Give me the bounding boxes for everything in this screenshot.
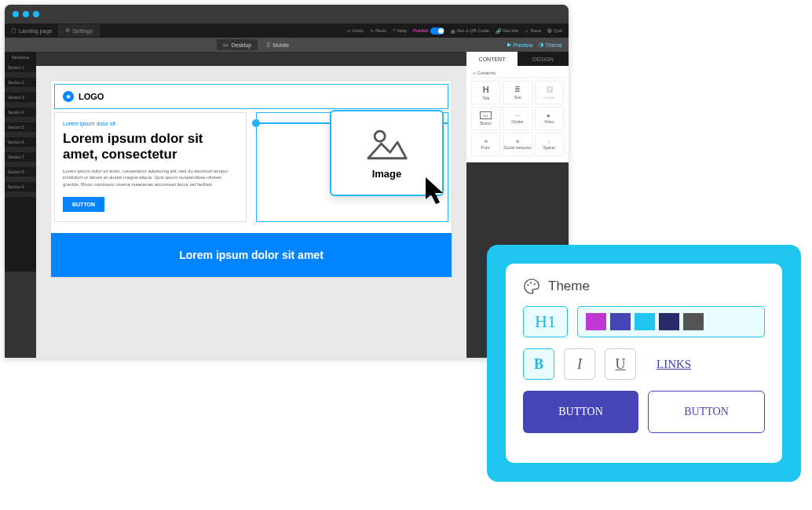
block-title: Lorem ipsum dolor sit amet, consectetur — [63, 131, 238, 163]
section-item[interactable]: Section 2 — [5, 78, 36, 88]
desktop-view-button[interactable]: ▭ Desktop — [217, 39, 258, 50]
undo-button[interactable]: ↶ Undo — [347, 28, 364, 34]
sections-title: Sections — [5, 52, 36, 63]
content-divider[interactable]: —Divider — [503, 107, 532, 130]
image-icon — [365, 127, 409, 162]
help-button[interactable]: ? Help — [393, 28, 407, 33]
qr-button[interactable]: ▦ Get a QR Code — [451, 28, 489, 34]
cursor-icon — [424, 176, 451, 207]
h1-style-button[interactable]: H1 — [523, 306, 568, 337]
block-label: Lorem ipsum dolor sit — [63, 121, 238, 126]
tab-landing-page[interactable]: ▢Landing page — [5, 24, 59, 37]
color-swatch[interactable] — [659, 313, 679, 330]
content-social[interactable]: ⊞Social networks — [503, 133, 532, 156]
drag-label: Image — [372, 168, 402, 180]
button-style-filled[interactable]: BUTTON — [523, 391, 638, 433]
italic-button[interactable]: I — [564, 348, 595, 380]
editor-window: ▢Landing page ⚙Settings ↶ Undo ↷ Redo ? … — [5, 5, 569, 358]
palette-icon — [523, 278, 540, 295]
content-title[interactable]: HTitle — [471, 81, 500, 104]
mobile-view-button[interactable]: ▯ Mobile — [261, 39, 295, 50]
tab-design[interactable]: DESIGN — [518, 52, 569, 66]
logo-text: LOGO — [79, 92, 104, 101]
drop-handle-icon[interactable] — [252, 119, 260, 127]
color-swatch[interactable] — [683, 313, 704, 330]
section-item[interactable]: Section 6 — [5, 137, 36, 148]
color-swatch[interactable] — [586, 313, 606, 330]
button-style-outlined[interactable]: BUTTON — [648, 391, 765, 433]
color-swatch[interactable] — [610, 313, 631, 330]
window-dot[interactable] — [23, 11, 29, 17]
content-panel: + Contents HTitle ≣Text 🖼Image ▭Button —… — [466, 66, 569, 162]
star-icon: ★ — [63, 91, 74, 102]
hero-section[interactable]: Lorem ipsum dolor sit amet — [51, 233, 452, 277]
content-spacer[interactable]: ↕Spacer — [535, 133, 564, 156]
content-image[interactable]: 🖼Image — [535, 81, 564, 104]
underline-button[interactable]: U — [605, 348, 636, 380]
color-palette[interactable] — [577, 306, 765, 337]
window-dot[interactable] — [13, 11, 19, 17]
section-item[interactable]: Section 5 — [5, 122, 36, 133]
sections-sidebar: Sections Section 1 Section 2 Section 3 S… — [5, 52, 36, 271]
section-item[interactable]: Section 7 — [5, 152, 36, 162]
tab-content[interactable]: CONTENT — [466, 52, 518, 66]
section-item[interactable]: Section 3 — [5, 93, 36, 103]
text-block[interactable]: Lorem ipsum dolor sit Lorem ipsum dolor … — [54, 112, 247, 222]
theme-title: Theme — [523, 278, 765, 295]
svg-point-1 — [527, 284, 529, 286]
top-menubar: ▢Landing page ⚙Settings ↶ Undo ↷ Redo ? … — [5, 24, 569, 38]
quit-button[interactable]: ⏻ Quit — [547, 28, 562, 33]
cta-button[interactable]: BUTTON — [63, 197, 104, 212]
links-style[interactable]: LINKS — [657, 358, 691, 371]
save-button[interactable]: ✓ Save — [525, 28, 541, 34]
svg-point-3 — [534, 283, 536, 285]
viewbar: ▭ Desktop ▯ Mobile ▶ Preview ◑ Theme — [5, 38, 569, 52]
content-button[interactable]: ▭Button — [471, 107, 500, 130]
contents-header[interactable]: + Contents — [470, 69, 565, 78]
color-swatch[interactable] — [635, 313, 655, 330]
window-titlebar — [5, 5, 569, 24]
content-form[interactable]: ⊟Form — [471, 133, 500, 156]
svg-point-0 — [375, 131, 385, 141]
content-video[interactable]: ▶Video — [535, 107, 564, 130]
section-item[interactable]: Section 1 — [5, 63, 36, 73]
theme-popover: Theme H1 B I U LINKS BUTTON BUTTON — [487, 245, 801, 482]
theme-button[interactable]: ◑ Theme — [539, 42, 562, 48]
section-item[interactable]: Section 4 — [5, 107, 36, 118]
window-dot[interactable] — [33, 11, 39, 17]
bold-button[interactable]: B — [523, 348, 554, 380]
svg-point-2 — [530, 282, 532, 283]
theme-card: Theme H1 B I U LINKS BUTTON BUTTON — [506, 264, 782, 463]
tab-settings[interactable]: ⚙Settings — [59, 24, 99, 37]
publish-toggle[interactable] — [430, 27, 444, 35]
get-link-button[interactable]: 🔗 Get link — [496, 28, 518, 34]
preview-button[interactable]: ▶ Preview — [507, 42, 532, 48]
redo-button[interactable]: ↷ Redo — [370, 28, 386, 34]
publish-button[interactable]: Publish — [413, 27, 444, 35]
section-item[interactable]: Section 8 — [5, 167, 36, 177]
right-panel-tabs: CONTENT DESIGN — [466, 52, 569, 66]
block-body: Lorem ipsum dolor sit amet, consectetur … — [63, 168, 238, 188]
section-item[interactable]: Section 9 — [5, 182, 36, 192]
content-text[interactable]: ≣Text — [503, 81, 532, 104]
logo-bar[interactable]: ★ LOGO — [54, 84, 448, 109]
